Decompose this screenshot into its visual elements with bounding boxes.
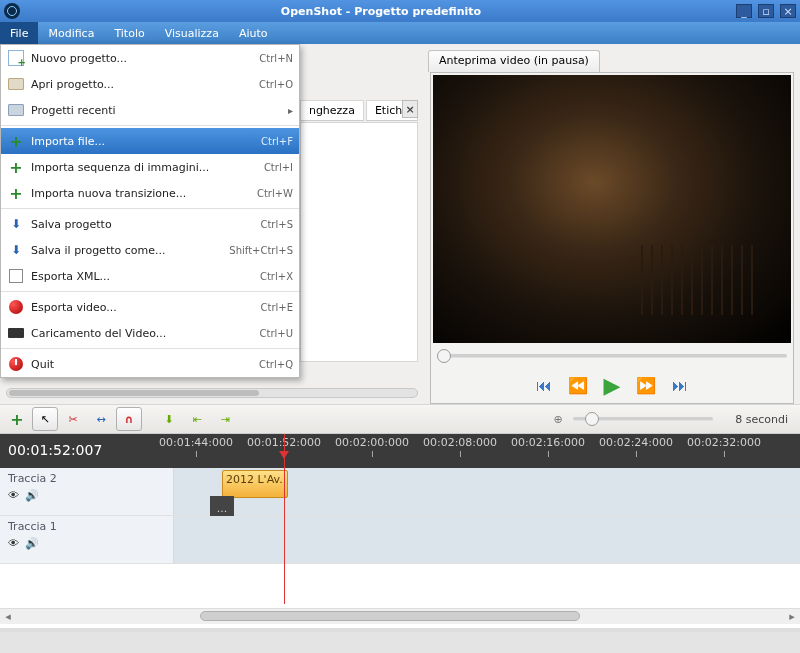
track-header[interactable]: Traccia 2 👁 🔊 [0, 468, 174, 515]
slider-knob[interactable] [437, 349, 451, 363]
track: Traccia 2 👁 🔊 2012 L'Av... ... [0, 468, 800, 516]
playhead[interactable] [284, 434, 285, 604]
video-preview[interactable] [433, 75, 791, 343]
menuitem-import-transition[interactable]: + Importa nuova transizione... Ctrl+W [1, 180, 299, 206]
resize-tool-button[interactable]: ↔ [88, 407, 114, 431]
track-name: Traccia 1 [8, 520, 165, 533]
audio-toggle-icon[interactable]: 🔊 [25, 489, 39, 502]
jump-end-button[interactable]: ⏭ [668, 373, 692, 397]
submenu-arrow-icon: ▸ [288, 105, 293, 116]
playback-controls: ⏮ ⏪ ▶ ⏩ ⏭ [431, 367, 793, 403]
add-track-button[interactable]: + [4, 407, 30, 431]
menuitem-upload-video[interactable]: Caricamento del Video... Ctrl+U [1, 320, 299, 346]
app-icon [4, 3, 20, 19]
window-title: OpenShot - Progetto predefinito [26, 5, 736, 18]
center-playhead-button[interactable]: ⊕ [545, 407, 571, 431]
track: Traccia 1 👁 🔊 [0, 516, 800, 564]
preview-tab[interactable]: Anteprima video (in pausa) [428, 50, 600, 72]
scissors-icon: ✂ [68, 413, 77, 426]
visibility-toggle-icon[interactable]: 👁 [8, 537, 19, 550]
minimize-button[interactable]: _ [736, 4, 752, 18]
saveas-icon: ⬇ [7, 241, 25, 259]
playback-position-slider[interactable] [437, 354, 787, 358]
plus-icon: + [7, 158, 25, 176]
zoom-level-label: 8 secondi [735, 413, 788, 426]
track-name: Traccia 2 [8, 472, 165, 485]
ruler-tick: 00:02:16:000 [511, 436, 585, 449]
scroll-right-button[interactable]: ▸ [784, 610, 800, 623]
cursor-icon: ↖ [40, 413, 49, 426]
menu-edit[interactable]: Modifica [38, 22, 104, 44]
zoom-knob[interactable] [585, 412, 599, 426]
ruler-tick: 00:02:24:000 [599, 436, 673, 449]
menuitem-save-project[interactable]: ⬇ Salva progetto Ctrl+S [1, 211, 299, 237]
track-lane[interactable] [174, 516, 800, 563]
audio-toggle-icon[interactable]: 🔊 [25, 537, 39, 550]
ruler-tick: 00:02:00:000 [335, 436, 409, 449]
scrollbar-thumb[interactable] [9, 390, 259, 396]
maximize-button[interactable]: ▫ [758, 4, 774, 18]
scrollbar-thumb[interactable] [200, 611, 580, 621]
close-button[interactable]: × [780, 4, 796, 18]
ruler-tick: 00:02:08:000 [423, 436, 497, 449]
track-header[interactable]: Traccia 1 👁 🔊 [0, 516, 174, 563]
xml-icon [7, 267, 25, 285]
menu-file[interactable]: File [0, 22, 38, 44]
menu-title[interactable]: Titolo [104, 22, 154, 44]
center-icon: ⊕ [554, 413, 563, 426]
tape-icon [7, 324, 25, 342]
red-dot-icon [7, 298, 25, 316]
forward-button[interactable]: ⏩ [634, 373, 658, 397]
video-clip[interactable]: 2012 L'Av... [222, 470, 288, 498]
visibility-toggle-icon[interactable]: 👁 [8, 489, 19, 502]
new-file-icon [7, 49, 25, 67]
menuitem-import-file[interactable]: + Importa file... Ctrl+F [1, 128, 299, 154]
menu-help[interactable]: Aiuto [229, 22, 278, 44]
resize-icon: ↔ [96, 413, 105, 426]
menubar: File Modifica Titolo Visualizza Aiuto [0, 22, 800, 44]
track-lane[interactable]: 2012 L'Av... ... [174, 468, 800, 515]
clear-filter-button[interactable]: × [402, 100, 418, 118]
marker-down-icon: ⬇ [164, 413, 173, 426]
scroll-left-button[interactable]: ◂ [0, 610, 16, 623]
menuitem-new-project[interactable]: Nuovo progetto... Ctrl+N [1, 45, 299, 71]
timeline-horizontal-scrollbar[interactable]: ◂ ▸ [0, 608, 800, 624]
menuitem-open-project[interactable]: Apri progetto... Ctrl+O [1, 71, 299, 97]
jump-start-button[interactable]: ⏮ [532, 373, 556, 397]
playhead-timecode: 00:01:52:007 [8, 442, 102, 458]
rewind-button[interactable]: ⏪ [566, 373, 590, 397]
zoom-slider[interactable] [573, 417, 713, 421]
project-files-list[interactable] [300, 122, 418, 362]
play-button[interactable]: ▶ [600, 373, 624, 397]
column-length[interactable]: nghezza [300, 100, 364, 121]
razor-tool-button[interactable]: ✂ [60, 407, 86, 431]
menuitem-recent-projects[interactable]: Progetti recenti ▸ [1, 97, 299, 123]
window-titlebar: OpenShot - Progetto predefinito _ ▫ × [0, 0, 800, 22]
plus-icon: + [7, 132, 25, 150]
video-frame [433, 75, 791, 343]
menuitem-quit[interactable]: Quit Ctrl+Q [1, 351, 299, 377]
menu-view[interactable]: Visualizza [155, 22, 229, 44]
magnet-icon: ∩ [125, 413, 134, 426]
ruler-tick: 00:02:32:000 [687, 436, 761, 449]
menuitem-save-project-as[interactable]: ⬇ Salva il progetto come... Shift+Ctrl+S [1, 237, 299, 263]
project-files-scrollbar[interactable] [6, 388, 418, 398]
menuitem-export-video[interactable]: Esporta video... Ctrl+E [1, 294, 299, 320]
menuitem-export-xml[interactable]: Esporta XML... Ctrl+X [1, 263, 299, 289]
select-tool-button[interactable]: ↖ [32, 407, 58, 431]
save-icon: ⬇ [7, 215, 25, 233]
snapping-button[interactable]: ∩ [116, 407, 142, 431]
next-marker-button[interactable]: ⇥ [212, 407, 238, 431]
add-marker-button[interactable]: ⬇ [156, 407, 182, 431]
folder-icon [7, 101, 25, 119]
menu-separator [1, 125, 299, 126]
timeline-ruler[interactable]: 00:01:52:007 00:01:44:000 00:01:52:000 0… [0, 434, 800, 468]
clip-label: 2012 L'Av... [226, 473, 288, 486]
transition-label: ... [217, 502, 228, 515]
ruler-tick: 00:01:44:000 [159, 436, 233, 449]
video-scene-detail [641, 245, 761, 315]
statusbar [0, 628, 800, 632]
menuitem-import-image-sequence[interactable]: + Importa sequenza di immagini... Ctrl+I [1, 154, 299, 180]
prev-marker-button[interactable]: ⇤ [184, 407, 210, 431]
next-marker-icon: ⇥ [220, 413, 229, 426]
